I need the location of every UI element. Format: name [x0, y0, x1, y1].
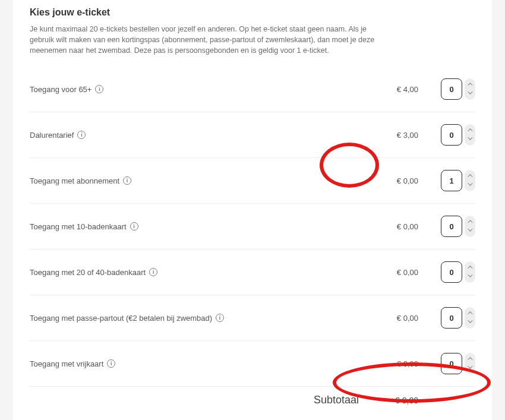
quantity-input[interactable] [441, 216, 462, 237]
decrement-button[interactable] [465, 272, 475, 280]
ticket-price: € 0,00 [377, 359, 418, 368]
ticket-label: Dalurentarief i [30, 131, 377, 140]
ticket-row: Toegang met vrijkaart i € 0,00 [30, 341, 475, 387]
ticket-row: Toegang voor 65+ i € 4,00 [30, 67, 475, 112]
chevron-up-icon [468, 311, 472, 316]
info-icon[interactable]: i [216, 314, 224, 322]
info-icon[interactable]: i [77, 131, 86, 139]
decrement-button[interactable] [465, 226, 475, 235]
quantity-input[interactable] [441, 261, 462, 283]
ticket-price: € 4,00 [377, 85, 418, 94]
chevron-down-icon [468, 274, 472, 279]
decrement-button[interactable] [465, 89, 475, 97]
ticket-label-text: Toegang met 20 of 40-badenkaart [30, 268, 146, 277]
ticket-row: Toegang met 10-badenkaart i € 0,00 [30, 204, 475, 250]
ticket-row: Dalurentarief i € 3,00 [30, 112, 475, 158]
ticket-label: Toegang met 10-badenkaart i [30, 222, 377, 231]
ticket-price: € 0,00 [377, 176, 418, 185]
chevron-down-icon [468, 365, 472, 370]
chevron-up-icon [468, 174, 472, 179]
quantity-stepper [441, 353, 475, 374]
ticket-row: Toegang met abonnement i € 0,00 [30, 158, 475, 204]
quantity-spinner [465, 78, 475, 100]
quantity-stepper [441, 261, 475, 283]
info-icon[interactable]: i [123, 176, 131, 185]
increment-button[interactable] [465, 355, 475, 364]
increment-button[interactable] [465, 81, 475, 89]
quantity-spinner [465, 124, 475, 146]
ticket-price: € 0,00 [377, 314, 418, 323]
info-icon[interactable]: i [107, 359, 115, 368]
ticket-label-text: Toegang met vrijkaart [30, 359, 103, 368]
ticket-row: Toegang met 20 of 40-badenkaart i € 0,00 [30, 250, 475, 295]
ticket-label: Toegang met abonnement i [30, 176, 377, 185]
ticket-label: Toegang met 20 of 40-badenkaart i [30, 268, 377, 277]
chevron-up-icon [468, 128, 472, 133]
quantity-spinner [465, 170, 475, 191]
subtotal-row: Subtotaal € 0,00 [30, 387, 475, 419]
ticket-label: Toegang voor 65+ i [30, 85, 377, 94]
quantity-input[interactable] [441, 78, 462, 100]
ticket-price: € 0,00 [377, 222, 418, 231]
chevron-down-icon [468, 137, 472, 141]
chevron-down-icon [468, 182, 472, 187]
ticket-label-text: Toegang met 10-badenkaart [30, 222, 127, 231]
chevron-up-icon [468, 357, 472, 362]
ticket-label-text: Toegang met passe-partout (€2 betalen bi… [30, 314, 212, 323]
chevron-up-icon [468, 266, 472, 270]
chevron-up-icon [468, 220, 472, 225]
quantity-input[interactable] [441, 307, 462, 329]
info-icon[interactable]: i [130, 222, 138, 230]
quantity-stepper [441, 216, 475, 237]
quantity-stepper [441, 170, 475, 191]
increment-button[interactable] [465, 172, 475, 181]
quantity-stepper [441, 124, 475, 146]
subtotal-label: Subtotaal [30, 394, 377, 406]
chevron-down-icon [468, 320, 472, 324]
increment-button[interactable] [465, 264, 475, 272]
chevron-down-icon [468, 91, 472, 96]
quantity-spinner [465, 216, 475, 237]
page-title: Kies jouw e-ticket [30, 7, 475, 18]
quantity-input[interactable] [441, 124, 462, 146]
ticket-label: Toegang met vrijkaart i [30, 359, 377, 368]
ticket-label: Toegang met passe-partout (€2 betalen bi… [30, 314, 377, 323]
quantity-stepper [441, 78, 475, 100]
page-description: Je kunt maximaal 20 e-tickets bestellen … [30, 24, 392, 56]
quantity-stepper [441, 307, 475, 329]
decrement-button[interactable] [465, 181, 475, 189]
ticket-label-text: Toegang voor 65+ [30, 85, 91, 94]
ticket-label-text: Toegang met abonnement [30, 176, 119, 185]
decrement-button[interactable] [465, 318, 475, 326]
decrement-button[interactable] [465, 364, 475, 372]
ticket-price: € 0,00 [377, 268, 418, 277]
info-icon[interactable]: i [95, 85, 103, 93]
increment-button[interactable] [465, 310, 475, 318]
subtotal-value: € 0,00 [377, 396, 418, 405]
quantity-input[interactable] [441, 353, 462, 374]
quantity-spinner [465, 307, 475, 329]
quantity-input[interactable] [441, 170, 462, 191]
ticket-row: Toegang met passe-partout (€2 betalen bi… [30, 295, 475, 341]
quantity-spinner [465, 353, 475, 374]
info-icon[interactable]: i [149, 268, 157, 276]
chevron-down-icon [468, 228, 472, 233]
decrement-button[interactable] [465, 135, 475, 143]
quantity-spinner [465, 261, 475, 283]
ticket-price: € 3,00 [377, 131, 418, 140]
chevron-up-icon [468, 83, 472, 87]
increment-button[interactable] [465, 127, 475, 135]
ticket-selection-card: Kies jouw e-ticket Je kunt maximaal 20 e… [13, 0, 492, 420]
increment-button[interactable] [465, 218, 475, 226]
ticket-label-text: Dalurentarief [30, 131, 74, 140]
